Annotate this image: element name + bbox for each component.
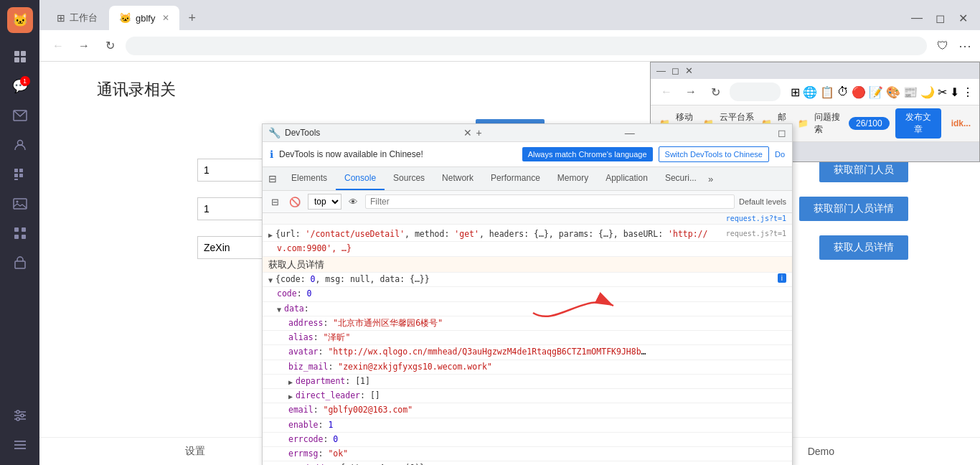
refresh-button[interactable]: ↻ [100, 36, 120, 56]
sidebar-item-workbench[interactable] [7, 44, 33, 70]
console-line: ▶ {url: '/contact/useDetail', method: 'g… [263, 227, 792, 242]
sidebar-item-shop[interactable] [7, 250, 33, 276]
browser-menu-button[interactable]: ⋯ [958, 38, 971, 54]
svg-point-23 [17, 418, 19, 421]
console-source-link[interactable]: request.js?t=1 [726, 215, 786, 222]
expand-icon[interactable]: ▶ [268, 228, 273, 240]
dept-expand-icon[interactable]: ▶ [288, 375, 293, 388]
sw-menu-icon[interactable]: ⋮ [962, 85, 974, 99]
tab-memory[interactable]: Memory [549, 167, 597, 190]
devtools-sidebar-toggle[interactable]: ⊟ [263, 169, 283, 189]
collapse-icon[interactable]: ▼ [268, 273, 273, 286]
sw-forward[interactable]: → [681, 82, 701, 102]
shield-icon: 🛡 [933, 36, 953, 56]
tab-application[interactable]: Application [597, 167, 656, 190]
new-tab-button[interactable]: + [181, 6, 203, 30]
sidebar-item-sliders[interactable] [7, 403, 33, 428]
direct-expand-icon[interactable]: ▶ [288, 390, 293, 402]
svg-rect-3 [21, 57, 26, 62]
sw-restore[interactable]: ◻ [672, 65, 679, 76]
devtools-close-button[interactable]: ✕ [463, 127, 472, 138]
devtools-more-tabs[interactable]: » [705, 172, 716, 186]
svg-rect-9 [19, 174, 23, 177]
sidebar-item-mail[interactable] [7, 103, 33, 128]
devtools-console-toolbar: ⊟ 🚫 top 👁 Default levels [263, 191, 792, 213]
devtools-new-tab-button[interactable]: + [476, 127, 482, 138]
sidebar-item-contacts[interactable] [7, 132, 33, 158]
context-selector[interactable]: top [308, 194, 341, 210]
svg-rect-2 [14, 57, 19, 62]
info-button[interactable]: i [778, 273, 786, 283]
console-data-label: data: [284, 303, 786, 315]
sw-ext-icon4[interactable]: ⏱ [837, 85, 849, 99]
sw-ext-icon8[interactable]: 📰 [903, 85, 918, 99]
tab-gblfy-close[interactable]: ✕ [162, 13, 169, 23]
close-button[interactable]: ✕ [953, 8, 973, 28]
get-dept-user-detail-button[interactable]: 获取部门人员详情 [799, 197, 908, 221]
sw-back[interactable]: ← [656, 82, 677, 102]
svg-rect-0 [14, 51, 19, 56]
sw-ext-icon1[interactable]: ⊞ [791, 85, 800, 99]
tab-gblfy[interactable]: 🐱 gblfy ✕ [109, 6, 179, 30]
sidebar-item-image[interactable] [7, 191, 33, 217]
sidebar-item-grid[interactable] [7, 161, 33, 187]
address-bar[interactable]: gblfy [126, 37, 927, 55]
console-label-line: 获取人员详情 [263, 257, 792, 273]
sw-ext-icon10[interactable]: ✂ [938, 85, 947, 99]
sidebar-item-menu[interactable] [7, 432, 33, 458]
sw-close[interactable]: ✕ [685, 65, 693, 76]
svg-rect-6 [14, 169, 18, 172]
console-email: email: "gblfy002@163.com" [288, 404, 786, 416]
svg-rect-10 [14, 179, 18, 180]
get-user-detail-button[interactable]: 获取人员详情 [819, 235, 908, 260]
switch-devtools-button[interactable]: Switch DevTools to Chinese [659, 146, 769, 162]
console-dept-line: ▶ department: [1] [263, 375, 792, 389]
sw-ext-icon11[interactable]: ⬇ [950, 85, 959, 99]
sw-minimize[interactable]: — [656, 65, 666, 76]
browser-toolbar: ← → ↻ gblfy 🛡 ⋯ [39, 30, 980, 62]
always-match-lang-button[interactable]: Always match Chrome's language [522, 147, 653, 161]
back-button[interactable]: ← [48, 36, 68, 56]
svg-rect-13 [14, 227, 19, 232]
sw-ext-icon2[interactable]: 🌐 [803, 85, 817, 99]
svg-rect-17 [15, 261, 25, 268]
svg-rect-15 [14, 235, 19, 239]
do-button[interactable]: Do [775, 150, 785, 159]
svg-rect-11 [14, 199, 27, 209]
extattr-expand-icon[interactable]: ▶ [288, 462, 293, 465]
sw-ext-icon5[interactable]: 🔴 [852, 85, 866, 99]
sw-ext-icon7[interactable]: 🎨 [886, 85, 900, 99]
article-count: 26/100 [849, 117, 890, 130]
tab-console[interactable]: Console [336, 167, 385, 190]
publish-article-button[interactable]: 发布文章 [895, 108, 941, 138]
devtools-restore-button[interactable]: ◻ [778, 127, 786, 138]
tab-workbench-icon: ⊞ [57, 12, 65, 24]
restore-button[interactable]: ◻ [930, 8, 950, 28]
tab-workbench[interactable]: ⊞ 工作台 [47, 6, 108, 30]
eye-icon[interactable]: 👁 [346, 195, 361, 209]
console-alias: alias: "泽昕" [288, 332, 786, 344]
forward-button[interactable]: → [74, 36, 94, 56]
bottom-demo: Demo [808, 446, 834, 457]
clear-console-button[interactable]: 🚫 [286, 195, 303, 209]
tab-network[interactable]: Network [433, 167, 482, 190]
minimize-button[interactable]: — [907, 8, 927, 28]
console-filter-input[interactable] [365, 194, 735, 209]
sidebar-item-chat[interactable]: 💬 1 [7, 73, 33, 99]
tab-performance[interactable]: Performance [482, 167, 549, 190]
sw-ext-icon3[interactable]: 📋 [820, 85, 834, 99]
sidebar-item-apps[interactable] [7, 220, 33, 246]
tab-sources[interactable]: Sources [385, 167, 433, 190]
sw-ext-icon9[interactable]: 🌙 [920, 85, 935, 99]
devtools-minimize-button[interactable]: — [625, 127, 635, 138]
sw-ext-icon6[interactable]: 📝 [869, 85, 883, 99]
second-window-toolbar: ← → ↻ ⊞ 🌐 📋 ⏱ 🔴 📝 🎨 📰 🌙 ✂ ⬇ ⋮ [651, 79, 979, 105]
data-collapse-icon[interactable]: ▼ [277, 303, 281, 315]
sw-refresh[interactable]: ↻ [705, 82, 725, 102]
svg-rect-7 [19, 169, 23, 172]
console-bizmail: biz_mail: "zexin@zxkjgfyxgs10.wecom.work… [288, 361, 786, 373]
tab-elements[interactable]: Elements [283, 167, 336, 190]
console-bizmail-line: biz_mail: "zexin@zxkjgfyxgs10.wecom.work… [263, 360, 792, 375]
tab-security[interactable]: Securi... [656, 167, 705, 190]
console-sidebar-button[interactable]: ⊟ [268, 195, 282, 209]
